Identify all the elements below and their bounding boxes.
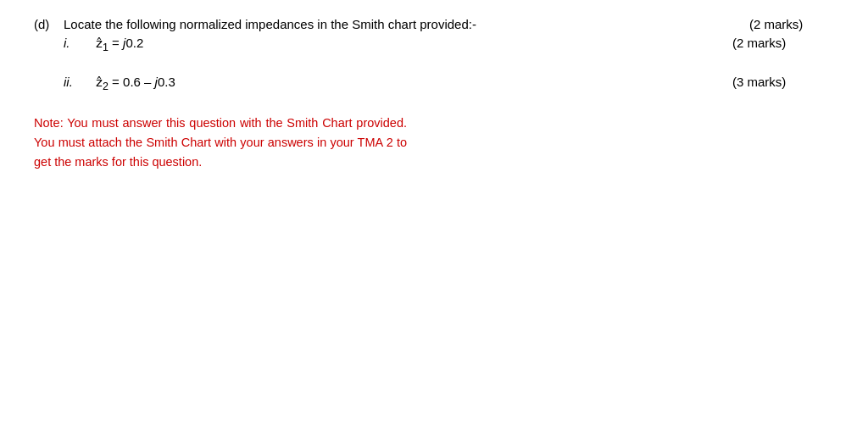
question-header-left: (d) Locate the following normalized impe… [34,17,476,31]
item-ii-marks: (3 marks) [732,75,834,89]
item-i-row: i. ẑ1 = j0.2 (2 marks) [64,36,834,53]
question-header-row: (d) Locate the following normalized impe… [34,17,834,31]
note-text: Note: You must answer this question with… [34,114,407,173]
question-marks: (2 marks) [749,17,834,31]
item-ii-row: ii. ẑ2 = 0.6 – j0.3 (3 marks) [64,75,834,92]
item-ii-label: ii. [64,75,89,89]
item-ii-formula: ẑ2 = 0.6 – j0.3 [96,75,175,92]
item-i-left: i. ẑ1 = j0.2 [64,36,143,53]
item-ii-left: ii. ẑ2 = 0.6 – j0.3 [64,75,175,92]
item-i-formula: ẑ1 = j0.2 [96,36,143,53]
question-label: (d) [34,17,55,31]
items-section: i. ẑ1 = j0.2 (2 marks) ii. ẑ2 = 0.6 – j0… [64,36,834,92]
page: (d) Locate the following normalized impe… [0,0,868,190]
item-i-label: i. [64,36,89,50]
question-text: Locate the following normalized impedanc… [64,17,476,31]
item-i-marks: (2 marks) [732,36,834,50]
note-section: Note: You must answer this question with… [34,114,834,173]
question-text-block: Locate the following normalized impedanc… [64,17,476,31]
